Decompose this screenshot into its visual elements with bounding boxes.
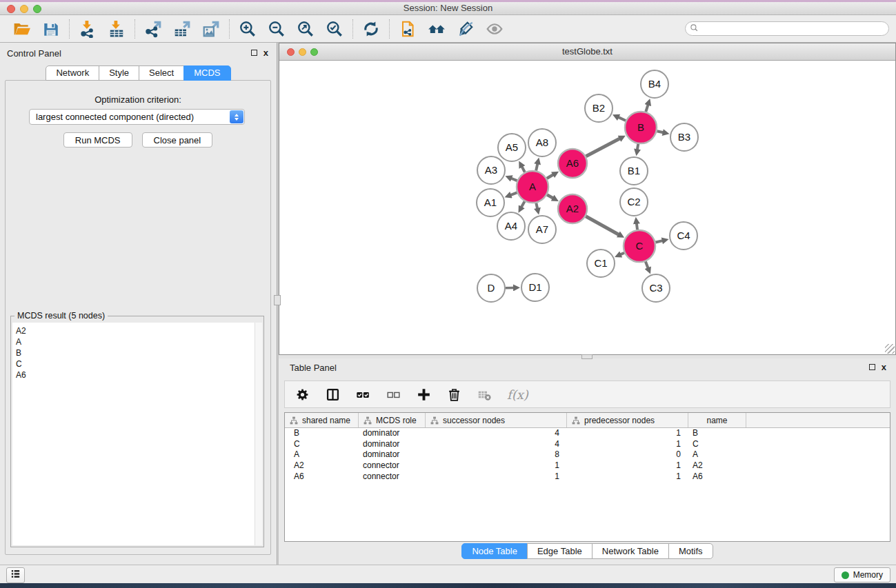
table-cell[interactable]: B [285,428,359,439]
network-minimize-button[interactable] [299,48,306,56]
tab-network-table[interactable]: Network Table [592,543,669,559]
table-cell[interactable]: B [688,428,746,439]
show-hide-eye-icon[interactable] [484,18,506,40]
function-builder-fx-icon[interactable]: f(x) [506,387,528,402]
close-table-panel-icon[interactable]: x [882,363,886,371]
mcds-result-item[interactable]: B [16,347,255,358]
table-cell[interactable]: dominator [359,449,426,460]
zoom-selected-icon[interactable] [323,18,346,40]
close-panel-button[interactable]: Close panel [142,132,213,148]
table-cell[interactable]: A [285,449,359,460]
table-row[interactable]: Adominator80A [285,449,890,460]
network-graph-svg[interactable]: ABCA2A6A1A3A4A5A7A8B1B2B3B4C1C2C3C4DD1 [279,61,895,354]
zoom-window-button[interactable] [33,5,41,13]
table-cell[interactable]: 1 [426,460,567,472]
select-all-icon[interactable] [354,385,372,403]
settings-gear-icon[interactable] [293,385,311,403]
table-cell[interactable]: 4 [426,439,567,450]
table-cell[interactable]: 0 [567,449,688,460]
column-header-MCDS-role[interactable]: MCDS role [359,413,426,427]
task-history-button[interactable] [6,567,25,583]
edge-C-C2[interactable] [637,223,637,230]
export-table-icon[interactable] [171,18,193,40]
mcds-result-list[interactable]: A2ABCA6 [12,323,255,545]
export-network-icon[interactable] [142,18,164,40]
minimize-window-button[interactable] [20,5,28,13]
mcds-result-item[interactable]: C [16,358,255,369]
edge-A-A1[interactable] [510,192,517,195]
delete-column-icon[interactable] [445,385,463,403]
run-mcds-button[interactable]: Run MCDS [63,132,132,148]
edge-A6-B[interactable] [586,139,619,156]
optimization-criterion-select[interactable]: largest connected component (directed) [29,109,245,125]
table-cell[interactable]: A6 [688,472,746,483]
table-cell[interactable]: A2 [688,460,746,472]
edge-B-B2[interactable] [618,117,626,121]
network-close-button[interactable] [287,48,295,56]
table-cell[interactable]: 1 [567,428,688,439]
table-cell[interactable]: 1 [567,460,688,472]
table-row[interactable]: Cdominator41C [285,439,890,450]
open-session-icon[interactable] [11,18,33,40]
table-cell[interactable]: 1 [567,439,688,450]
tab-style[interactable]: Style [99,65,139,81]
network-zoom-button[interactable] [310,48,318,56]
edge-A-A5[interactable] [521,166,524,172]
vertical-split-handle[interactable] [274,295,281,305]
export-image-icon[interactable] [200,18,222,40]
table-cell[interactable]: 1 [567,472,688,483]
close-window-button[interactable] [7,5,15,13]
column-header-successor-nodes[interactable]: successor nodes [426,413,567,427]
window-resize-grip[interactable] [885,344,895,354]
zoom-fit-icon[interactable] [295,18,317,40]
float-table-panel-icon[interactable] [869,364,875,370]
mcds-result-item[interactable]: A [16,336,255,347]
table-cell[interactable]: 4 [426,428,567,439]
import-table-icon[interactable] [106,18,128,40]
edge-A-A2[interactable] [547,195,553,199]
edge-A-A6[interactable] [547,174,554,179]
import-network-icon[interactable] [77,18,99,40]
zoom-out-icon[interactable] [266,18,288,40]
table-cell[interactable]: A6 [285,472,359,483]
table-cell[interactable]: dominator [359,428,426,439]
delete-table-icon[interactable] [475,385,493,403]
table-cell[interactable]: C [688,439,746,450]
edge-A-A4[interactable] [521,201,525,207]
edge-B-B1[interactable] [637,144,638,150]
table-cell[interactable]: 8 [426,449,567,460]
tab-motifs[interactable]: Motifs [668,543,713,559]
table-cell[interactable]: connector [359,472,426,483]
column-header-predecessor-nodes[interactable]: predecessor nodes [567,413,688,427]
mcds-result-item[interactable]: A6 [16,369,255,381]
table-cell[interactable]: C [285,439,359,450]
column-header-shared-name[interactable]: shared name [285,413,359,427]
network-canvas[interactable]: ABCA2A6A1A3A4A5A7A8B1B2B3B4C1C2C3C4DD1 [279,61,895,354]
table-row[interactable]: A2connector11A2 [285,460,890,472]
tab-network[interactable]: Network [46,65,99,81]
edge-C-C4[interactable] [655,241,662,242]
edge-A-A3[interactable] [511,179,517,181]
table-row[interactable]: A6connector11A6 [285,472,890,483]
tab-node-table[interactable]: Node Table [461,543,528,559]
search-input[interactable] [699,23,888,34]
edge-B-B4[interactable] [646,105,648,112]
search-field[interactable] [685,21,889,36]
edge-A2-C[interactable] [586,216,619,235]
deselect-all-icon[interactable] [384,385,402,403]
graphics-details-icon[interactable] [455,18,477,40]
close-panel-icon[interactable]: x [263,49,268,57]
table-cell[interactable]: dominator [359,439,426,450]
mcds-list-scrollbar[interactable] [255,323,262,545]
column-header-name[interactable]: name [688,413,746,427]
table-cell[interactable]: A2 [285,460,359,472]
edge-C-C1[interactable] [620,253,624,255]
refresh-icon[interactable] [360,18,382,40]
edge-A-A7[interactable] [536,203,537,208]
tab-select[interactable]: Select [139,65,184,81]
table-cell[interactable]: A [688,449,746,460]
node-table[interactable]: shared nameMCDS rolesuccessor nodesprede… [284,412,890,542]
column-layout-icon[interactable] [323,385,341,403]
tab-mcds[interactable]: MCDS [183,65,230,81]
table-row[interactable]: Bdominator41B [285,428,890,439]
